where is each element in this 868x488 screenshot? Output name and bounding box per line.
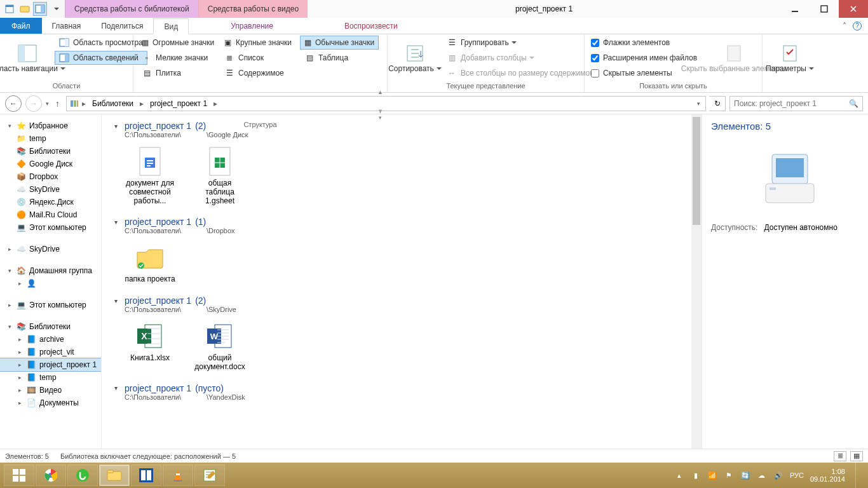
recent-dropdown-icon[interactable]: ▾ [46,100,49,107]
view-tiles-button[interactable]: ▤Плитка [137,66,216,80]
group-path: C:\Пользователи\\SkyDrive [114,306,689,313]
tree-lib-video[interactable]: ▸🎞️Видео [0,384,101,396]
tree-fav-skydrive[interactable]: ☁️SkyDrive [0,183,101,196]
qat-properties-icon[interactable] [3,2,17,16]
sort-button[interactable]: Сортировать [391,36,438,81]
scrollbar[interactable] [691,114,702,449]
view-small-button[interactable]: ▫Мелкие значки [137,51,216,65]
address-dropdown-icon[interactable]: ▾ [695,100,703,107]
tab-file[interactable]: Файл [0,18,42,34]
user-icon: 👤 [27,279,36,288]
file-extensions-toggle[interactable]: Расширения имен файлов [588,51,700,65]
group-header[interactable]: ▾project_проект 1 (1) [114,217,689,227]
tree-fav-temp[interactable]: 📁temp [0,132,101,145]
tree-fav-yandex[interactable]: 💿Яндекс.Диск [0,196,101,208]
taskbar-chrome[interactable] [36,464,66,486]
network-icon[interactable]: 📶 [707,470,717,480]
list-icon: ≣ [224,53,234,63]
options-button[interactable]: Параметры [766,36,813,81]
tree-skydrive[interactable]: ▸☁️SkyDrive [0,243,101,255]
qat-detailspane-icon[interactable] [33,2,47,16]
tree-fav-dropbox[interactable]: 📦Dropbox [0,170,101,183]
tree-thispc[interactable]: ▸💻Этот компьютер [0,299,101,311]
group-header[interactable]: ▾project_проект 1 (2) [114,121,689,131]
tiles-icon: ▤ [142,68,152,78]
search-input[interactable] [734,99,842,108]
tab-share[interactable]: Поделиться [91,18,153,34]
view-large-button[interactable]: ▣Крупные значки [220,36,296,50]
tree-fav-thispc[interactable]: 💻Этот компьютер [0,221,101,234]
gdrive-icon: 🔶 [17,159,25,168]
tab-manage[interactable]: Управление [220,18,283,34]
tree-lib-archive[interactable]: ▸📘archive [0,333,101,346]
ribbon-tabs: Файл Главная Поделиться Вид Управление В… [0,18,868,34]
back-button[interactable]: ← [5,95,22,112]
tree-favorites[interactable]: ▾⭐Избранное [0,119,101,132]
file-item[interactable]: документ для совместной работы... [125,146,175,205]
tab-view[interactable]: Вид [153,18,189,34]
view-details-button[interactable]: ▤Таблица [300,51,379,65]
navigation-pane-button[interactable]: Область навигации [4,36,51,81]
tray-language[interactable]: РУС [790,471,804,479]
svg-rect-14 [728,46,740,61]
start-button[interactable] [4,464,34,486]
library-icon: 📘 [27,335,36,344]
refresh-button[interactable]: ↻ [709,96,726,111]
tree-libraries[interactable]: ▾📚Библиотеки [0,320,101,333]
folder-item[interactable]: папка проекта [125,242,175,284]
tree-fav-mailru[interactable]: 🟠Mail.Ru Cloud [0,208,101,221]
sync-icon[interactable]: 🔄 [740,470,750,480]
file-item[interactable]: W общий документ.docx [194,321,245,372]
breadcrumb-bar[interactable]: ▸ Библиотеки ▸ project_проект 1 ▸ ▾ [66,96,706,111]
ribbon-collapse-icon[interactable]: ˄ [843,22,846,30]
action-center-icon[interactable]: ⚑ [724,470,734,480]
battery-icon[interactable]: ▮ [691,470,701,480]
cloud-icon[interactable]: ☁ [757,470,767,480]
taskbar-notepadpp[interactable] [194,464,225,486]
up-button[interactable]: ↑ [53,98,62,109]
group-header[interactable]: ▾project_проект 1 (пусто) [114,383,689,393]
minimize-button[interactable] [780,0,810,18]
file-item[interactable]: X Книга1.xlsx [125,321,175,372]
view-content-button[interactable]: ☰Содержимое [220,66,296,80]
tree-lib-project1[interactable]: ▸📘project_проект 1 [0,358,101,371]
qat-dropdown-icon[interactable] [48,2,62,16]
qat-newfolder-icon[interactable] [18,2,32,16]
tree-lib-projectvit[interactable]: ▸📘project_vit [0,346,101,358]
tree-fav-libraries[interactable]: 📚Библиотеки [0,145,101,158]
crumb-project[interactable]: project_проект 1 [146,97,211,111]
close-button[interactable] [839,0,868,18]
item-checkboxes-toggle[interactable]: Флажки элементов [588,36,700,50]
crumb-libraries[interactable]: Библиотеки [88,97,137,111]
taskbar-utorrent[interactable] [67,464,98,486]
tray-up-icon[interactable]: ▴ [674,470,684,480]
view-medium-button[interactable]: ▦Обычные значки [300,36,379,50]
taskbar-vlc[interactable] [163,464,193,486]
taskbar-totalcmd[interactable] [131,464,161,486]
status-details-view-button[interactable]: ≣ [834,451,846,461]
show-desktop-button[interactable] [855,463,860,488]
libraries-icon: 📚 [17,147,25,156]
search-box[interactable]: 🔍 [729,96,863,111]
tab-play[interactable]: Воспроизвести [334,18,408,34]
search-icon[interactable]: 🔍 [849,99,858,108]
view-list-button[interactable]: ≣Список [220,51,296,65]
group-header[interactable]: ▾project_проект 1 (2) [114,295,689,306]
maximize-button[interactable] [810,0,839,18]
file-item[interactable]: общая таблица 1.gsheet [194,146,245,205]
volume-icon[interactable]: 🔊 [773,470,783,480]
tray-clock[interactable]: 1:08 09.01.2014 [810,468,845,483]
tree-lib-documents[interactable]: ▸📄Документы [0,396,101,409]
status-icons-view-button[interactable]: ▦ [850,451,863,461]
view-huge-button[interactable]: ▦Огромные значки [137,36,216,50]
help-icon[interactable]: ? [853,22,862,30]
group-by-button[interactable]: ☰Группировать [442,36,601,50]
tree-homegroup[interactable]: ▾🏠Домашняя группа [0,264,101,277]
tree-lib-temp[interactable]: ▸📘temp [0,371,101,384]
tree-fav-gdrive[interactable]: 🔶Google Диск [0,158,101,170]
tree-homegroup-user[interactable]: ▸👤 [0,277,101,290]
taskbar-explorer[interactable] [99,464,130,486]
tab-home[interactable]: Главная [42,18,92,34]
scrollbar-thumb[interactable] [693,117,700,225]
libraries-icon [69,98,79,109]
